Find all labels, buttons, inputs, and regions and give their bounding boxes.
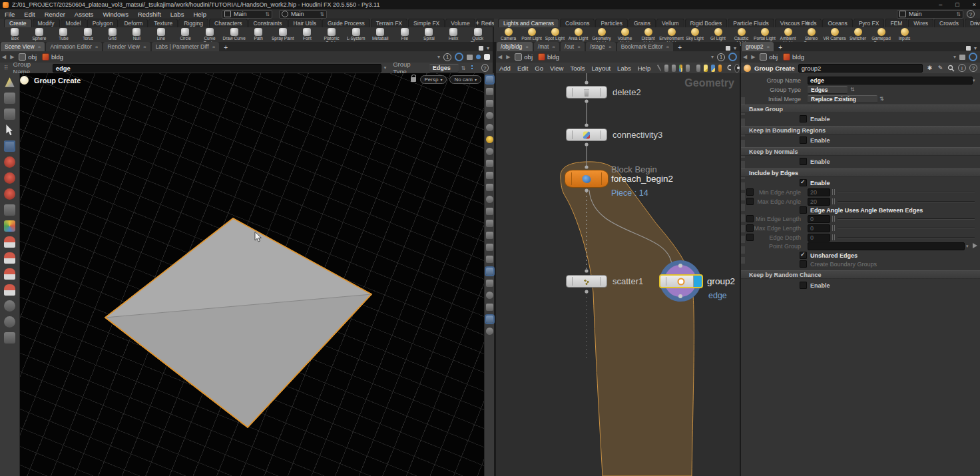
group-name-input[interactable]: edge xyxy=(53,64,381,73)
pane-stow2-icon[interactable] xyxy=(4,109,15,120)
pane-tab[interactable]: /mat× xyxy=(534,42,559,51)
hilite-ring-icon[interactable] xyxy=(455,53,463,61)
shelf-tool[interactable]: Grid xyxy=(100,27,124,41)
unshared-edges-checkbox[interactable] xyxy=(800,252,807,259)
shelf-tab[interactable]: Hair Utils xyxy=(288,19,322,27)
shelf-tab[interactable]: Texture xyxy=(148,19,178,27)
group-name-field[interactable]: edge xyxy=(808,77,973,85)
pane-menu-icon[interactable]: ▾ xyxy=(734,45,736,51)
close-icon[interactable]: × xyxy=(212,44,216,50)
breadcrumb-obj[interactable]: obj xyxy=(515,53,533,61)
menu-item[interactable]: Add xyxy=(496,65,514,72)
node-name-input[interactable]: group2 xyxy=(798,64,923,73)
menu-item[interactable]: Help xyxy=(188,11,211,18)
link-badge[interactable]: 1 xyxy=(717,53,725,61)
back-icon[interactable]: ◀ xyxy=(498,54,502,60)
forward-icon[interactable]: ▶ xyxy=(10,54,14,60)
group-name-dropdown-icon[interactable]: ▾ xyxy=(384,65,387,71)
shelf-tab[interactable]: Constraints xyxy=(248,19,288,27)
flipbook-icon[interactable] xyxy=(486,124,493,131)
back-icon[interactable]: ◀ xyxy=(743,54,747,60)
prim-numbers-icon[interactable] xyxy=(486,244,493,251)
new-pane-tab-button[interactable]: + xyxy=(774,44,786,51)
snapshot-view-icon[interactable] xyxy=(486,88,493,95)
pane-tab[interactable]: /stage× xyxy=(586,42,616,51)
material-icon[interactable] xyxy=(486,184,493,191)
breadcrumb-node[interactable]: bldg xyxy=(783,53,804,61)
shelf-tab[interactable]: Create xyxy=(4,19,32,27)
menu-item[interactable]: Redshift xyxy=(133,11,166,18)
group-list-icon[interactable] xyxy=(486,304,493,311)
shelf-tab[interactable]: Rigging xyxy=(178,19,208,27)
shelf-tool[interactable]: Sphere xyxy=(27,27,52,41)
point-group-field[interactable] xyxy=(808,242,965,250)
menu-item[interactable]: Edit xyxy=(514,65,531,72)
gear-icon[interactable]: ✱ xyxy=(926,65,933,72)
menu-item[interactable]: Labs xyxy=(166,11,189,18)
help-icon[interactable]: ? xyxy=(967,10,975,18)
close-icon[interactable]: × xyxy=(766,44,770,50)
shelf-tool[interactable]: Portal Light xyxy=(753,27,776,41)
operation-help-icon[interactable]: ? xyxy=(481,64,489,72)
close-icon[interactable]: × xyxy=(95,44,99,50)
spinner-icon[interactable]: ⇅ xyxy=(850,87,855,93)
desktop-selector-a[interactable]: Main⇅ xyxy=(222,10,272,19)
shelf-tab[interactable]: Pyro FX xyxy=(854,19,885,27)
shelf-tool[interactable]: Spray Paint xyxy=(271,27,296,41)
desktop-selector-b[interactable]: Main⇅ xyxy=(279,10,327,19)
network-editor[interactable]: Geometry delete2 connectivity3 Block Beg… xyxy=(496,73,740,476)
help-icon[interactable]: ? xyxy=(969,64,977,72)
viewport-info-icon[interactable] xyxy=(486,328,493,335)
shelf-tab[interactable]: Crowds xyxy=(934,19,964,27)
section-keep-by-normals[interactable]: Keep by Normals xyxy=(741,147,980,156)
breadcrumb-node[interactable]: bldg xyxy=(42,53,63,61)
snap-prim-icon[interactable] xyxy=(4,268,15,280)
node-delete2[interactable] xyxy=(566,86,607,99)
menu-item[interactable]: Tools xyxy=(567,65,588,72)
shelf-tab[interactable]: Collisions xyxy=(560,19,595,27)
point-numbers-icon[interactable] xyxy=(486,220,493,227)
toolbox-icon[interactable] xyxy=(718,65,722,72)
shelf-tab[interactable]: Terrain FX xyxy=(371,19,407,27)
shelf-tool[interactable]: L-System xyxy=(344,27,368,41)
chevron-down-icon[interactable]: ▾ xyxy=(973,78,975,83)
menu-item[interactable]: Layout xyxy=(589,65,614,72)
profile-curves-icon[interactable] xyxy=(486,256,493,263)
shadows-icon[interactable] xyxy=(486,160,493,167)
menu-item[interactable]: Edit xyxy=(19,11,39,18)
close-button[interactable]: × xyxy=(973,1,976,8)
path-menu-icon[interactable]: ▾ xyxy=(953,54,956,60)
shelf-tool[interactable]: Draw Curve xyxy=(222,27,246,41)
pane-tab[interactable]: Bookmark Editor× xyxy=(617,42,674,51)
edge-angle-uses-checkbox[interactable] xyxy=(800,206,807,214)
display-flag[interactable] xyxy=(693,276,702,287)
brush-icon[interactable]: ✎ xyxy=(937,65,944,72)
breadcrumb-obj[interactable]: obj xyxy=(760,53,778,61)
path-menu-icon[interactable]: ▾ xyxy=(437,54,440,60)
shelf-tool[interactable]: Point Light xyxy=(520,27,543,41)
create-boundary-groups-checkbox[interactable] xyxy=(800,260,807,268)
snap-multi-icon[interactable] xyxy=(4,284,15,296)
pane-tab[interactable]: group2× xyxy=(742,42,774,51)
shelf-tab[interactable]: Lights and Cameras xyxy=(498,19,559,27)
pane-tab[interactable]: Render View× xyxy=(103,42,150,51)
base-group-enable-checkbox[interactable] xyxy=(800,115,807,122)
display-options-icon[interactable] xyxy=(486,316,493,323)
shelf-tool[interactable]: Box xyxy=(3,27,27,41)
shelf-tool[interactable]: Spiral xyxy=(417,27,441,41)
spinner-icon[interactable]: ⇅ xyxy=(879,96,884,102)
back-icon[interactable]: ◀ xyxy=(2,54,6,60)
shelf-tab[interactable]: Characters xyxy=(209,19,248,27)
view-pivot-icon[interactable] xyxy=(4,300,15,312)
shelf-tool[interactable]: Camera xyxy=(497,27,520,41)
section-keep-by-random-chance[interactable]: Keep by Random Chance xyxy=(741,270,980,279)
min-edge-angle-field[interactable]: 20 xyxy=(808,188,830,196)
sync-icon[interactable] xyxy=(476,55,481,59)
color-palette-icon[interactable] xyxy=(679,65,683,72)
forward-icon[interactable]: ▶ xyxy=(751,54,755,60)
close-icon[interactable]: × xyxy=(525,44,529,50)
shelf-tool[interactable]: Area Light xyxy=(567,27,590,41)
pane-tab[interactable]: /obj/bldg× xyxy=(497,42,533,51)
pin-icon[interactable] xyxy=(959,55,965,60)
shelf-tab[interactable]: Particle Fluids xyxy=(728,19,774,27)
